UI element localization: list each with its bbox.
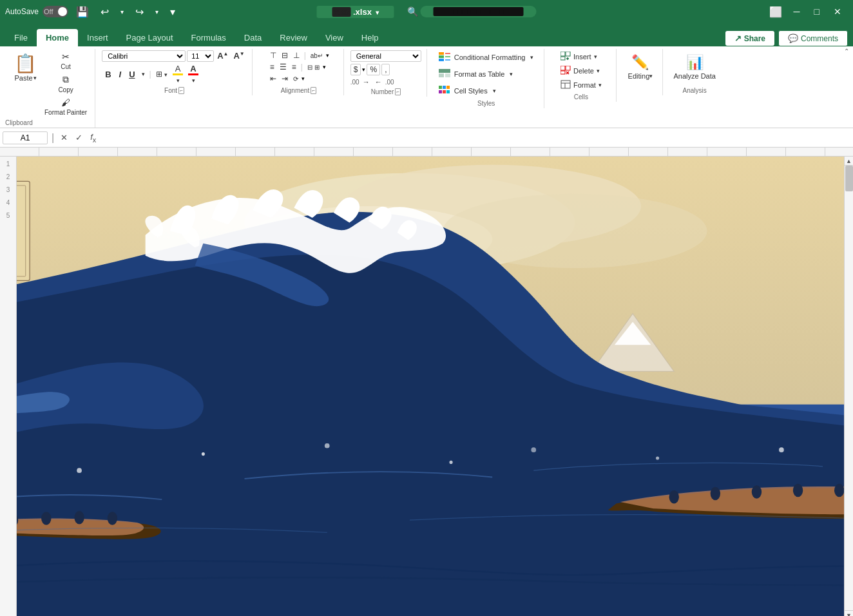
copy-button[interactable]: ⧉ Copy [42,73,90,95]
font-color-button[interactable]: A ▾ [186,63,200,85]
save-icon[interactable]: 💾 [72,5,93,19]
wrap-dropdown[interactable]: ▾ [326,52,329,59]
restore-btn[interactable]: □ [808,5,826,18]
tab-review[interactable]: Review [271,29,316,46]
collapse-ribbon-button[interactable]: ⌃ [840,46,853,56]
format-button[interactable]: Format ▾ [557,79,606,91]
border-button[interactable]: ⊞ ▾ [154,69,169,79]
font-ext-icon[interactable]: ⌐ [178,87,184,94]
fill-dropdown[interactable]: ▾ [177,77,180,84]
align-left-button[interactable]: ≡ [268,62,276,72]
currency-dropdown[interactable]: ▾ [362,66,365,73]
analyze-data-button[interactable]: 📊 Analyze Data [669,50,719,84]
align-center-button[interactable]: ☰ [278,62,289,72]
editing-button[interactable]: ✏️ Editing ▾ [624,50,657,84]
autosave-toggle[interactable]: Off [43,6,68,17]
formula-confirm-icon[interactable]: ✓ [73,131,85,144]
merge-button[interactable]: ⊟ ⊞ [305,63,321,72]
currency-button[interactable]: $ [350,64,361,75]
increase-indent-button[interactable]: ⇥ [280,73,290,84]
great-wave-svg: 葛 飾 北 斎 冨 嶽 三 十 六 [17,157,844,616]
italic-button[interactable]: I [116,69,125,80]
filename-dropdown[interactable]: ▾ [376,9,379,16]
quick-access-more-icon[interactable]: ▾ [166,5,179,19]
border-dropdown[interactable]: ▾ [164,72,168,78]
redo-icon[interactable]: ↪ [131,5,148,19]
tab-insert[interactable]: Insert [78,29,117,46]
sheet-canvas[interactable]: 葛 飾 北 斎 冨 嶽 三 十 六 [17,157,844,616]
comma-button[interactable]: , [381,64,390,75]
decrease-font-button[interactable]: A▼ [231,50,246,61]
conditional-formatting-button[interactable]: Conditional Formatting ▾ [434,50,539,64]
tab-view[interactable]: View [316,29,352,46]
fill-color-button[interactable]: A ▾ [171,63,185,85]
share-button[interactable]: ↗ Share [725,31,774,46]
undo-icon[interactable]: ↩ [97,5,113,19]
decrease-indent-button[interactable]: ⇤ [268,73,278,84]
bold-button[interactable]: B [102,69,114,80]
number-ext-icon[interactable]: ⌐ [395,88,401,95]
increase-font-button[interactable]: A▲ [215,50,230,61]
font-color-dropdown[interactable]: ▾ [192,77,195,84]
formula-cancel-icon[interactable]: ✕ [58,131,70,144]
formula-function-icon[interactable]: fx [88,131,99,145]
delete-dropdown[interactable]: ▾ [597,68,600,74]
tab-formulas[interactable]: Formulas [182,29,235,46]
paste-button[interactable]: 📋 Paste ▾ [10,50,41,84]
percent-button[interactable]: % [367,64,380,75]
tab-page-layout[interactable]: Page Layout [117,29,182,46]
align-top-button[interactable]: ⊤ [268,50,278,61]
format-as-table-button[interactable]: Format as Table ▾ [434,67,539,81]
align-right-button[interactable]: ≡ [290,62,298,72]
font-name-select[interactable]: Calibri [102,50,186,62]
cell-reference-box[interactable] [3,131,48,144]
copy-icon: ⧉ [62,74,69,85]
cell-styles-button[interactable]: Cell Styles ▾ [434,84,539,98]
alignment-ext-icon[interactable]: ⌐ [311,87,316,94]
undo-dropdown-icon[interactable]: ▾ [117,7,128,17]
underline-dropdown-icon[interactable]: ▾ [140,70,147,78]
tab-data[interactable]: Data [235,29,271,46]
decrease-decimal-button[interactable]: ← [373,77,384,86]
format-dropdown[interactable]: ▾ [599,82,602,88]
insert-dropdown[interactable]: ▾ [594,53,597,60]
font-size-select[interactable]: 11 [187,50,214,62]
underline-button[interactable]: U [126,69,138,80]
minimize-btn[interactable]: ─ [787,5,807,18]
scroll-down-button[interactable]: ▼ [845,610,853,616]
tab-file[interactable]: File [5,29,37,46]
scroll-up-button[interactable]: ▲ [845,157,853,166]
svg-point-45 [834,484,844,497]
align-middle-button[interactable]: ⊟ [280,50,290,61]
redo-dropdown-icon[interactable]: ▾ [151,7,162,17]
styles-group-content: Conditional Formatting ▾ Format as Table… [434,50,539,98]
delete-button[interactable]: Delete ▾ [557,64,606,77]
editing-dropdown[interactable]: ▾ [649,73,653,79]
number-format-select[interactable]: General [350,50,421,62]
scroll-thumb[interactable] [845,166,853,191]
cut-button[interactable]: ✂ Cut [42,50,90,72]
vertical-scrollbar[interactable]: ▲ ▼ [844,157,853,616]
search-box-display[interactable]: ■■■■■■■■■■■ [421,6,537,17]
close-btn[interactable]: ✕ [827,5,848,18]
insert-button[interactable]: Insert ▾ [557,50,606,63]
format-as-table-label: Format as Table [454,70,505,78]
align-bottom-button[interactable]: ⊥ [291,50,302,61]
tab-home[interactable]: Home [37,29,78,46]
tab-help[interactable]: Help [352,29,388,46]
presenter-icon[interactable]: ⬜ [765,5,786,19]
orientation-button[interactable]: ⟳ [291,75,300,83]
conditional-formatting-dropdown[interactable]: ▾ [530,54,533,61]
increase-decimal-button[interactable]: → [361,77,372,86]
svg-point-48 [202,452,205,456]
conditional-formatting-icon [439,52,450,63]
cell-styles-dropdown[interactable]: ▾ [493,88,496,94]
format-as-table-dropdown[interactable]: ▾ [510,71,513,77]
format-painter-button[interactable]: 🖌 Format Painter [42,96,90,117]
comments-button[interactable]: 💬 Comments [778,30,848,46]
orientation-dropdown[interactable]: ▾ [302,75,305,82]
merge-dropdown[interactable]: ▾ [323,64,326,70]
wrap-text-button[interactable]: ab↵ [309,52,325,60]
formula-input[interactable] [101,132,850,144]
paste-dropdown-icon[interactable]: ▾ [34,75,37,81]
